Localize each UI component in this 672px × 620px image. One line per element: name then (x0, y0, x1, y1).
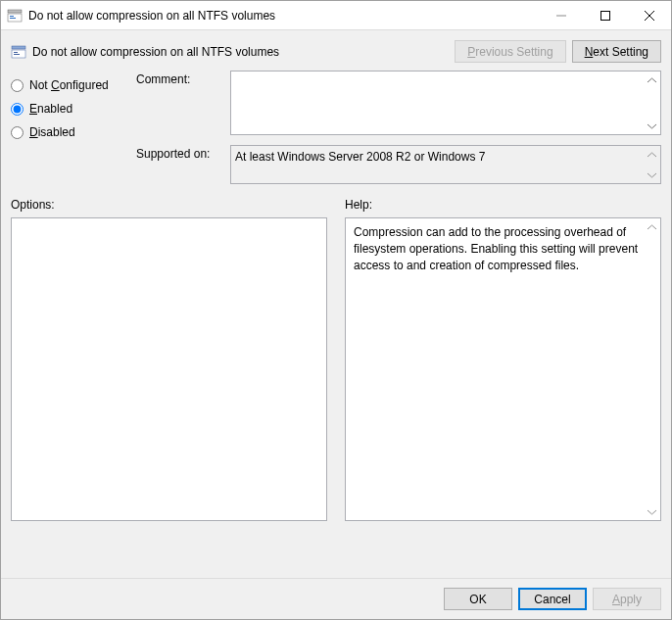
svg-rect-10 (14, 52, 18, 53)
close-button[interactable] (627, 1, 671, 29)
scroll-down-icon[interactable] (646, 119, 658, 132)
right-form: Comment: Supported on: At least Windows … (136, 71, 661, 184)
policy-icon (11, 44, 26, 60)
help-label: Help: (345, 198, 661, 212)
nav-buttons: Previous Setting Next Setting (455, 40, 661, 63)
radio-enabled[interactable]: Enabled (11, 102, 119, 116)
scroll-up-icon[interactable] (646, 73, 658, 86)
maximize-button[interactable] (583, 1, 627, 29)
upper-section: Not Configured Enabled Disabled Comment: (11, 71, 661, 184)
next-setting-button[interactable]: Next Setting (572, 40, 661, 63)
radio-enabled-input[interactable] (11, 103, 24, 116)
policy-title-text: Do not allow compression on all NTFS vol… (32, 45, 279, 59)
app-icon (7, 8, 23, 24)
radio-not-configured[interactable]: Not Configured (11, 78, 119, 92)
lower-section: Options: Help: Compression can add to th… (11, 198, 661, 521)
dialog-footer: OK Cancel Apply (1, 578, 671, 619)
header-row: Do not allow compression on all NTFS vol… (11, 40, 661, 63)
svg-rect-5 (600, 11, 609, 20)
supported-on-value: At least Windows Server 2008 R2 or Windo… (235, 150, 485, 164)
state-radio-group: Not Configured Enabled Disabled (11, 71, 119, 184)
svg-rect-0 (8, 10, 22, 13)
help-content: Compression can add to the processing ov… (354, 225, 638, 272)
minimize-button[interactable] (539, 1, 583, 29)
supported-on-label: Supported on: (136, 145, 224, 161)
radio-disabled-input[interactable] (11, 126, 24, 139)
apply-button[interactable]: Apply (593, 588, 661, 610)
svg-rect-8 (12, 46, 25, 49)
options-label: Options: (11, 198, 327, 212)
scroll-down-icon[interactable] (646, 505, 658, 518)
comment-textarea[interactable] (230, 71, 661, 135)
help-column: Help: Compression can add to the process… (345, 198, 661, 521)
scroll-up-icon[interactable] (646, 220, 658, 233)
svg-rect-2 (10, 16, 14, 17)
svg-rect-3 (10, 18, 16, 19)
cancel-button[interactable]: Cancel (518, 588, 587, 610)
options-panel[interactable] (11, 217, 327, 521)
ok-button[interactable]: OK (444, 588, 512, 610)
supported-on-box: At least Windows Server 2008 R2 or Windo… (230, 145, 661, 184)
scroll-up-icon[interactable] (646, 148, 658, 161)
options-column: Options: (11, 198, 327, 521)
dialog-window: Do not allow compression on all NTFS vol… (0, 0, 672, 620)
policy-title-area: Do not allow compression on all NTFS vol… (11, 44, 447, 60)
titlebar: Do not allow compression on all NTFS vol… (1, 1, 671, 30)
comment-label: Comment: (136, 71, 224, 86)
svg-rect-11 (14, 54, 20, 55)
previous-setting-button[interactable]: Previous Setting (455, 40, 565, 63)
radio-not-configured-input[interactable] (11, 79, 24, 92)
help-panel: Compression can add to the processing ov… (345, 217, 661, 521)
radio-disabled[interactable]: Disabled (11, 125, 119, 139)
scroll-down-icon[interactable] (646, 168, 658, 181)
window-title: Do not allow compression on all NTFS vol… (28, 9, 539, 23)
content-area: Do not allow compression on all NTFS vol… (1, 30, 671, 578)
